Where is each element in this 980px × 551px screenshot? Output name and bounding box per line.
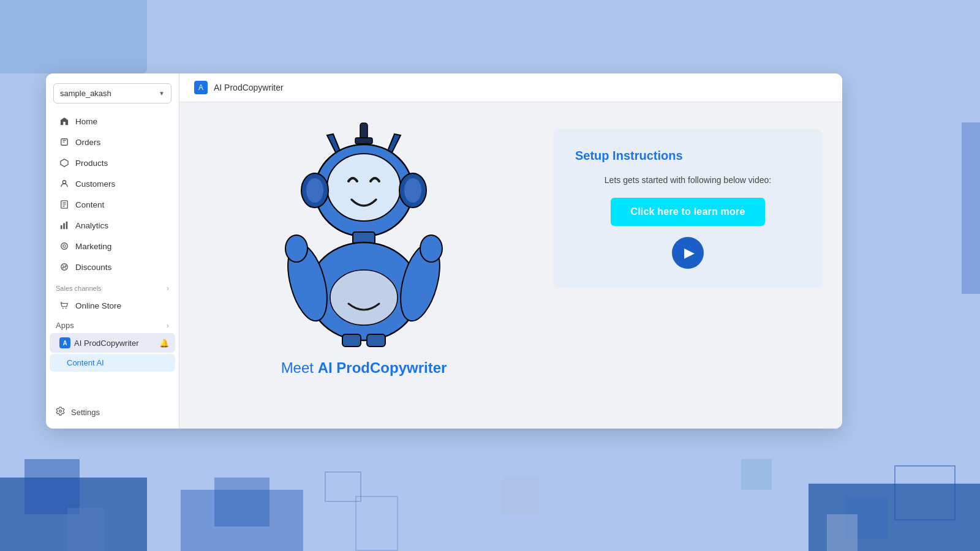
svg-rect-12	[355, 138, 372, 144]
analytics-icon	[59, 220, 69, 230]
sidebar-item-online-store-label: Online Store	[75, 301, 121, 310]
setup-subtitle: Lets gets started with following below v…	[605, 174, 771, 187]
sidebar-item-marketing-label: Marketing	[75, 242, 111, 251]
sidebar-item-settings[interactable]: Settings	[56, 403, 169, 421]
sidebar-item-content[interactable]: Content	[50, 195, 175, 214]
store-name: sample_akash	[60, 89, 111, 98]
online-store-icon	[59, 301, 69, 310]
sidebar-footer: Settings	[46, 395, 179, 429]
sidebar-item-discounts-label: Discounts	[75, 263, 111, 272]
svg-rect-5	[66, 222, 68, 229]
sidebar-item-analytics-label: Analytics	[75, 221, 108, 230]
sales-channels-label: Sales channels	[56, 285, 102, 292]
sidebar-item-ai-prodcopywriter[interactable]: A AI ProdCopywriter 🔔	[50, 333, 175, 353]
svg-point-7	[63, 245, 66, 247]
sidebar-item-customers-label: Customers	[75, 179, 115, 189]
sidebar-item-orders[interactable]: Orders	[50, 132, 175, 152]
sidebar-item-content-ai-label: Content AI	[67, 358, 104, 367]
svg-point-21	[330, 270, 398, 325]
svg-point-18	[404, 178, 421, 203]
content-icon	[59, 200, 69, 209]
svg-point-14	[327, 154, 401, 221]
svg-point-25	[420, 235, 442, 262]
robot-illustration	[284, 117, 443, 350]
meet-app-name: AI ProdCopywriter	[318, 359, 447, 376]
store-selector[interactable]: sample_akash ▼	[53, 83, 172, 103]
sidebar-item-marketing[interactable]: Marketing	[50, 236, 175, 256]
products-icon	[59, 158, 69, 168]
content-body: Meet AI ProdCopywriter Setup Instruction…	[179, 102, 842, 427]
sidebar-item-home-label: Home	[75, 117, 97, 126]
svg-point-6	[61, 243, 68, 250]
svg-rect-27	[367, 334, 385, 347]
main-window: sample_akash ▼ Home Orders Products	[46, 73, 842, 429]
play-button[interactable]: ▶	[672, 237, 704, 269]
sidebar-item-home[interactable]: Home	[50, 111, 175, 131]
learn-more-button[interactable]: Click here to learn more	[611, 198, 764, 226]
apps-arrow-icon: ›	[167, 321, 169, 330]
svg-rect-26	[342, 334, 361, 347]
svg-point-1	[62, 181, 66, 184]
settings-icon	[56, 407, 65, 418]
apps-label: Apps	[56, 321, 74, 330]
home-icon	[59, 116, 69, 126]
sidebar-item-products[interactable]: Products	[50, 153, 175, 173]
robot-area: Meet AI ProdCopywriter	[199, 117, 529, 377]
sidebar-item-content-ai[interactable]: Content AI	[50, 354, 175, 372]
svg-point-9	[62, 308, 64, 309]
sidebar-item-products-label: Products	[75, 159, 108, 168]
sidebar-item-customers[interactable]: Customers	[50, 174, 175, 193]
app-header-icon: A	[194, 81, 208, 94]
orders-icon	[59, 137, 69, 147]
svg-rect-3	[61, 225, 62, 229]
sidebar-item-discounts[interactable]: Discounts	[50, 257, 175, 277]
sales-channels-arrow-icon: ›	[167, 283, 169, 293]
svg-point-10	[66, 308, 67, 309]
sidebar-item-orders-label: Orders	[75, 138, 100, 147]
sales-channels-section[interactable]: Sales channels ›	[46, 277, 179, 295]
settings-label: Settings	[71, 408, 100, 417]
main-content: A AI ProdCopywriter	[179, 73, 842, 429]
sidebar-item-online-store[interactable]: Online Store	[50, 296, 175, 315]
svg-rect-4	[63, 223, 65, 230]
setup-card: Setup Instructions Lets gets started wit…	[553, 129, 823, 288]
store-selector-arrow-icon: ▼	[159, 90, 165, 97]
svg-point-23	[285, 235, 307, 262]
meet-text: Meet AI ProdCopywriter	[281, 359, 447, 377]
sidebar-item-content-label: Content	[75, 200, 104, 209]
customers-icon	[59, 179, 69, 189]
notification-bell-icon: 🔔	[159, 339, 169, 348]
marketing-icon	[59, 241, 69, 251]
play-icon: ▶	[684, 245, 695, 261]
svg-point-16	[306, 178, 323, 203]
app-header-title: AI ProdCopywriter	[214, 83, 284, 92]
setup-title: Setup Instructions	[575, 149, 683, 163]
sidebar-item-ai-prodcopywriter-label: AI ProdCopywriter	[74, 339, 138, 348]
app-header: A AI ProdCopywriter	[179, 73, 842, 102]
discounts-icon	[59, 262, 69, 272]
ai-prodcopywriter-icon: A	[59, 337, 70, 348]
sidebar: sample_akash ▼ Home Orders Products	[46, 73, 179, 429]
apps-section-header[interactable]: Apps ›	[46, 316, 179, 332]
sidebar-item-analytics[interactable]: Analytics	[50, 216, 175, 235]
